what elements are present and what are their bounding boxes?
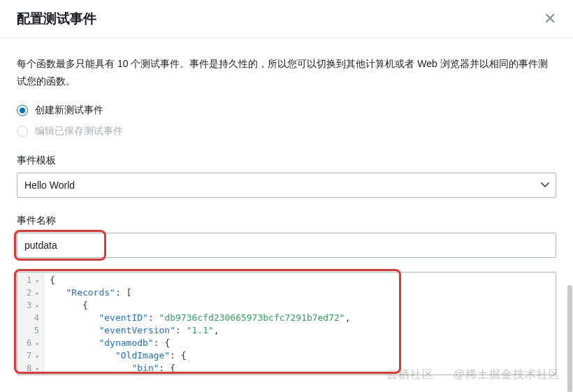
- code-editor-wrap: 1 ▾2 ▾3 ▾456 ▾7 ▾8 ▾ { "Records": [ { "e…: [17, 272, 556, 375]
- event-name-wrap: [17, 233, 556, 258]
- radio-label: 创建新测试事件: [35, 104, 103, 117]
- radio-edit-saved[interactable]: 编辑已保存测试事件: [17, 125, 556, 138]
- radio-icon: [17, 105, 28, 116]
- modal-header: 配置测试事件 ✕: [0, 0, 573, 38]
- close-icon[interactable]: ✕: [544, 11, 556, 27]
- event-template-label: 事件模板: [17, 154, 556, 167]
- radio-icon: [17, 126, 28, 137]
- modal-body: 每个函数最多只能具有 10 个测试事件。事件是持久性的，所以您可以切换到其他计算…: [0, 38, 573, 375]
- code-editor[interactable]: 1 ▾2 ▾3 ▾456 ▾7 ▾8 ▾ { "Records": [ { "e…: [17, 272, 556, 375]
- radio-label: 编辑已保存测试事件: [35, 125, 123, 138]
- modal-title: 配置测试事件: [17, 10, 96, 28]
- code-content[interactable]: { "Records": [ { "eventID": "db9736cfd23…: [44, 273, 556, 375]
- scrollbar-track[interactable]: [567, 46, 573, 382]
- event-template-select-wrap: Hello World: [17, 173, 556, 198]
- select-value: Hello World: [24, 180, 75, 191]
- event-name-input[interactable]: [17, 233, 556, 258]
- scrollbar-thumb[interactable]: [567, 285, 572, 392]
- event-template-select[interactable]: Hello World: [17, 173, 556, 198]
- radio-group: 创建新测试事件 编辑已保存测试事件: [17, 104, 556, 138]
- intro-text: 每个函数最多只能具有 10 个测试事件。事件是持久性的，所以您可以切换到其他计算…: [17, 55, 556, 90]
- radio-create-new[interactable]: 创建新测试事件: [17, 104, 556, 117]
- event-name-label: 事件名称: [17, 215, 556, 227]
- code-gutter: 1 ▾2 ▾3 ▾456 ▾7 ▾8 ▾: [17, 273, 44, 375]
